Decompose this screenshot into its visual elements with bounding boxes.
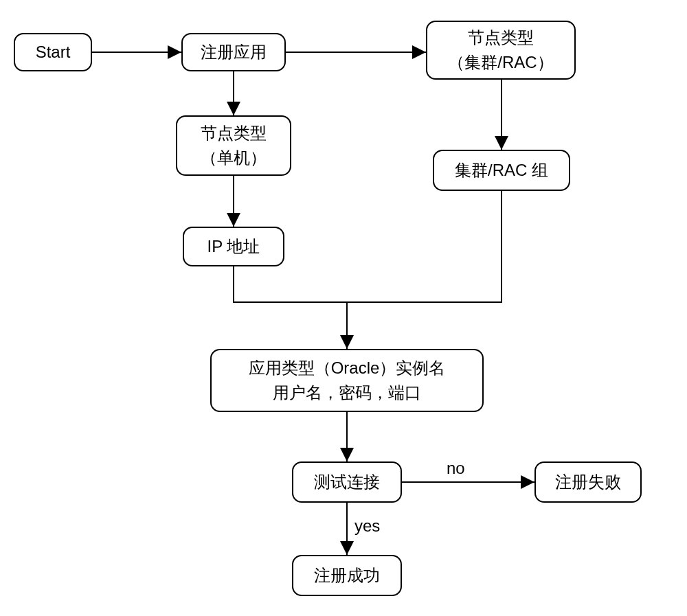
- node-label: 注册应用: [201, 40, 267, 65]
- node-ip-addr: IP 地址: [183, 227, 284, 266]
- node-reg-fail: 注册失败: [534, 461, 642, 503]
- node-label: 测试连接: [314, 470, 380, 494]
- node-oracle-info: 应用类型（Oracle）实例名 用户名，密码，端口: [210, 349, 484, 412]
- node-label: 应用类型（Oracle）实例名 用户名，密码，端口: [249, 356, 446, 405]
- edge-label-no: no: [447, 459, 465, 478]
- node-label: Start: [36, 40, 71, 65]
- node-label: 注册成功: [314, 563, 380, 588]
- node-register: 注册应用: [181, 33, 286, 71]
- node-label: 节点类型 （单机）: [201, 121, 267, 170]
- edge-label-yes: yes: [354, 516, 380, 536]
- node-nodetype-cluster: 节点类型 （集群/RAC）: [426, 21, 576, 80]
- node-start: Start: [14, 33, 92, 71]
- node-reg-success: 注册成功: [292, 555, 402, 596]
- node-label: 节点类型 （集群/RAC）: [448, 25, 553, 75]
- node-label: IP 地址: [207, 234, 260, 259]
- node-nodetype-single: 节点类型 （单机）: [176, 115, 291, 176]
- node-cluster-group: 集群/RAC 组: [433, 150, 570, 191]
- node-test-conn: 测试连接: [292, 461, 402, 503]
- node-label: 集群/RAC 组: [455, 158, 548, 183]
- node-label: 注册失败: [555, 470, 621, 494]
